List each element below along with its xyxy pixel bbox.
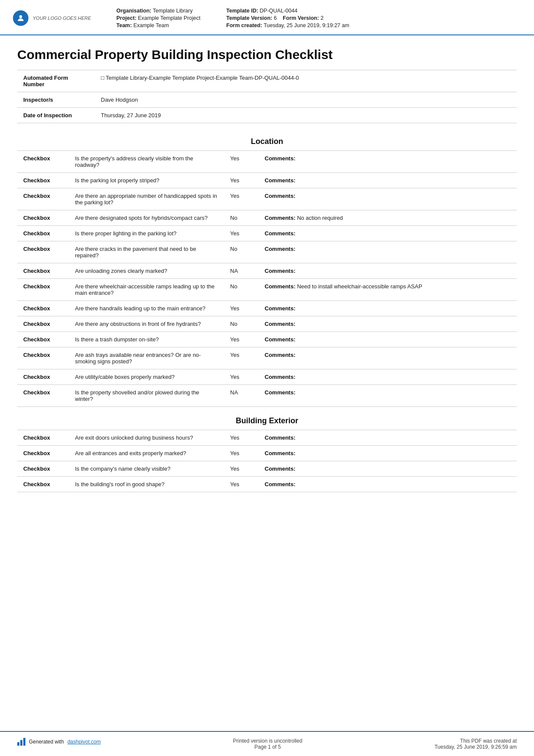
question-cell: Are there handrails leading up to the ma… xyxy=(69,301,224,316)
org-line: Organisation: Template Library xyxy=(116,8,200,14)
checkbox-cell: Checkbox xyxy=(17,241,69,263)
dashpivot-icon xyxy=(17,738,25,746)
table-row: Checkbox Are all entrances and exits pro… xyxy=(17,446,517,461)
table-row: Checkbox Are there any obstructions in f… xyxy=(17,316,517,332)
header-meta-right: Template ID: DP-QUAL-0044 Template Versi… xyxy=(226,8,349,28)
comments-cell: Comments: xyxy=(259,347,517,369)
dashpivot-link[interactable]: dashpivot.com xyxy=(67,739,100,745)
table-row: Checkbox Is the property's address clear… xyxy=(17,151,517,173)
checkbox-cell: Checkbox xyxy=(17,188,69,210)
comments-label: Comments: xyxy=(265,283,296,290)
page: YOUR LOGO GOES HERE Organisation: Templa… xyxy=(0,0,534,756)
generated-text: Generated with xyxy=(29,739,64,745)
comments-cell: Comments: xyxy=(259,226,517,241)
question-cell: Is the property shovelled and/or plowed … xyxy=(69,385,224,407)
answer-cell: Yes xyxy=(224,332,259,347)
table-row: Checkbox Is the company's name clearly v… xyxy=(17,461,517,477)
comments-label: Comments: xyxy=(265,155,296,162)
uncontrolled-text: Printed version is uncontrolled xyxy=(233,738,303,744)
comments-cell: Comments: xyxy=(259,430,517,446)
question-cell: Are there wheelchair-accessible ramps le… xyxy=(69,279,224,301)
comments-label: Comments: xyxy=(265,336,296,343)
table-row: Checkbox Are there cracks in the pavemen… xyxy=(17,241,517,263)
question-cell: Are all entrances and exits properly mar… xyxy=(69,446,224,461)
title-section: Commercial Property Building Inspection … xyxy=(0,35,534,128)
pdf-created-value: Tuesday, 25 June 2019, 9:26:59 am xyxy=(434,744,517,750)
question-cell: Is there proper lighting in the parking … xyxy=(69,226,224,241)
answer-cell: Yes xyxy=(224,347,259,369)
comments-cell: Comments: No action required xyxy=(259,210,517,226)
question-cell: Are unloading zones clearly marked? xyxy=(69,263,224,279)
question-cell: Are there cracks in the pavement that ne… xyxy=(69,241,224,263)
comments-cell: Comments: xyxy=(259,316,517,332)
question-cell: Is the parking lot properly striped? xyxy=(69,173,224,188)
question-cell: Is the building's roof in good shape? xyxy=(69,477,224,492)
comments-cell: Comments: xyxy=(259,461,517,477)
logo-icon xyxy=(13,10,28,26)
checkbox-cell: Checkbox xyxy=(17,477,69,492)
checkbox-cell: Checkbox xyxy=(17,301,69,316)
checkbox-cell: Checkbox xyxy=(17,461,69,477)
answer-cell: Yes xyxy=(224,301,259,316)
checkbox-cell: Checkbox xyxy=(17,279,69,301)
answer-cell: Yes xyxy=(224,188,259,210)
comments-cell: Comments: xyxy=(259,151,517,173)
info-row: Inspector/s Dave Hodgson xyxy=(17,92,517,108)
header-meta: Organisation: Template Library Project: … xyxy=(116,8,517,28)
comments-label: Comments: xyxy=(265,193,296,199)
team-line: Team: Example Team xyxy=(116,22,200,28)
answer-cell: Yes xyxy=(224,151,259,173)
comments-label: Comments: xyxy=(265,389,296,396)
checkbox-cell: Checkbox xyxy=(17,430,69,446)
comments-cell: Comments: xyxy=(259,188,517,210)
table-row: Checkbox Is the property shovelled and/o… xyxy=(17,385,517,407)
answer-cell: No xyxy=(224,279,259,301)
answer-cell: Yes xyxy=(224,173,259,188)
answer-cell: No xyxy=(224,241,259,263)
info-row: Automated Form Number □ Template Library… xyxy=(17,70,517,92)
question-cell: Are there an appropriate number of handi… xyxy=(69,188,224,210)
comments-label: Comments: xyxy=(265,268,296,274)
checkbox-cell: Checkbox xyxy=(17,385,69,407)
template-id-line: Template ID: DP-QUAL-0044 xyxy=(226,8,349,14)
svg-point-0 xyxy=(19,15,22,18)
table-row: Checkbox Is there a trash dumpster on-si… xyxy=(17,332,517,347)
table-row: Checkbox Are ash trays available near en… xyxy=(17,347,517,369)
info-value: □ Template Library-Example Template Proj… xyxy=(95,70,517,92)
answer-cell: NA xyxy=(224,263,259,279)
info-value: Thursday, 27 June 2019 xyxy=(95,108,517,123)
project-line: Project: Example Template Project xyxy=(116,15,200,21)
question-cell: Are ash trays available near entrances? … xyxy=(69,347,224,369)
comments-cell: Comments: Need to install wheelchair-acc… xyxy=(259,279,517,301)
comments-label: Comments: xyxy=(265,321,296,327)
answer-cell: Yes xyxy=(224,477,259,492)
footer: Generated with dashpivot.com Printed ver… xyxy=(0,731,534,756)
checkbox-cell: Checkbox xyxy=(17,151,69,173)
page-text: Page 1 of 5 xyxy=(233,744,303,750)
answer-cell: Yes xyxy=(224,369,259,385)
footer-left: Generated with dashpivot.com xyxy=(17,738,101,746)
answer-cell: NA xyxy=(224,385,259,407)
table-row: Checkbox Are there handrails leading up … xyxy=(17,301,517,316)
comments-label: Comments: xyxy=(265,450,296,456)
header-meta-left: Organisation: Template Library Project: … xyxy=(116,8,200,28)
comments-cell: Comments: xyxy=(259,301,517,316)
comments-cell: Comments: xyxy=(259,477,517,492)
info-table: Automated Form Number □ Template Library… xyxy=(17,70,517,123)
table-row: Checkbox Are there designated spots for … xyxy=(17,210,517,226)
comments-cell: Comments: xyxy=(259,385,517,407)
info-label: Inspector/s xyxy=(17,92,95,108)
checkbox-cell: Checkbox xyxy=(17,263,69,279)
section-title: Building Exterior xyxy=(17,407,517,430)
info-label: Automated Form Number xyxy=(17,70,95,92)
comments-cell: Comments: xyxy=(259,332,517,347)
main-title: Commercial Property Building Inspection … xyxy=(17,47,517,62)
comments-value: Need to install wheelchair-accessible ra… xyxy=(296,283,422,290)
comments-label: Comments: xyxy=(265,230,296,237)
question-cell: Is there a trash dumpster on-site? xyxy=(69,332,224,347)
header: YOUR LOGO GOES HERE Organisation: Templa… xyxy=(0,0,534,35)
comments-cell: Comments: xyxy=(259,173,517,188)
question-cell: Are exit doors unlocked during business … xyxy=(69,430,224,446)
comments-cell: Comments: xyxy=(259,446,517,461)
table-row: Checkbox Is the parking lot properly str… xyxy=(17,173,517,188)
